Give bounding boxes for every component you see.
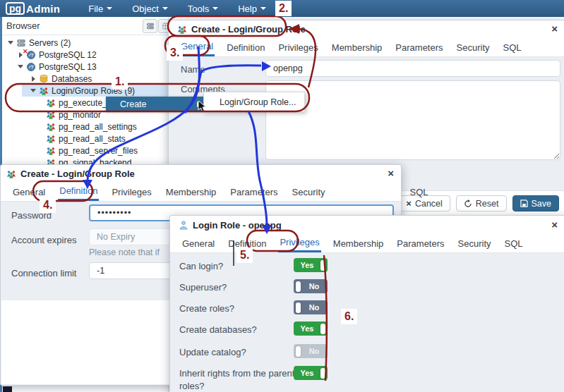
- role-icon: [46, 98, 56, 108]
- twisty-icon[interactable]: [16, 65, 25, 68]
- context-menu-login-group-role[interactable]: Login/Group Role...: [203, 92, 305, 112]
- toggle-knob: [320, 260, 325, 271]
- tab-definition[interactable]: Definition: [58, 183, 99, 201]
- dialog-title: Create - Login/Group Role: [191, 24, 306, 35]
- group-roles-icon: [39, 86, 49, 96]
- toggle-knob: [320, 324, 325, 334]
- reset-icon: [464, 200, 472, 208]
- dialog-title: Login Role - openpg: [193, 220, 282, 231]
- group-roles-icon: [177, 25, 187, 35]
- tab-security[interactable]: Security: [457, 234, 493, 252]
- top-menu-bar: pg Admin File Object Tools Help: [0, 0, 564, 17]
- group-roles-icon: [6, 169, 16, 179]
- browser-panel-title: Browser: [6, 20, 40, 31]
- pg-server-icon: [26, 62, 36, 72]
- tab-privileges[interactable]: Privileges: [277, 38, 319, 56]
- dialog-tab-bar: General Definition Privileges Membership…: [1, 183, 401, 202]
- menu-object[interactable]: Object: [132, 4, 168, 14]
- tab-parameters[interactable]: Parameters: [395, 234, 445, 252]
- create-databases-toggle[interactable]: Yes: [294, 321, 328, 336]
- server-stack-icon: [16, 38, 26, 48]
- tab-parameters[interactable]: Parameters: [394, 38, 444, 56]
- tree-item-login-group-roles[interactable]: Login/Group Roles (9): [2, 85, 168, 97]
- tab-general[interactable]: General: [181, 234, 216, 252]
- dialog-titlebar: Create - Login/Group Role ×: [169, 20, 564, 39]
- tree-item-role[interactable]: pg_read_all_settings: [2, 121, 168, 133]
- tree-item-role[interactable]: pg_read_server_files: [2, 145, 168, 157]
- tree-item-databases[interactable]: Databases: [2, 73, 168, 85]
- tree-item-postgresql13[interactable]: PostgreSQL 13: [2, 61, 168, 73]
- save-button[interactable]: Save: [512, 195, 560, 212]
- dialog-titlebar: Create - Login/Group Role ×: [1, 165, 401, 183]
- close-icon[interactable]: ×: [551, 219, 558, 231]
- tab-membership[interactable]: Membership: [332, 234, 385, 252]
- dialog-titlebar: Login Role - openpg ×: [170, 216, 564, 235]
- chevron-down-icon: [162, 7, 168, 10]
- inherit-rights-toggle[interactable]: Yes: [294, 366, 328, 380]
- create-roles-toggle[interactable]: No: [294, 300, 328, 314]
- reset-button[interactable]: Reset: [456, 195, 507, 212]
- create-databases-label: Create databases?: [179, 324, 257, 335]
- tab-general[interactable]: General: [11, 183, 47, 201]
- role-icon: [46, 146, 56, 156]
- comments-textarea[interactable]: [265, 80, 560, 160]
- context-menu-create[interactable]: Create: [106, 97, 205, 111]
- pgadmin-app: pg Admin File Object Tools Help Browser …: [0, 0, 564, 392]
- role-icon: [46, 110, 56, 120]
- account-expires-label: Account expires: [11, 235, 77, 245]
- close-icon[interactable]: ×: [551, 23, 558, 35]
- expiry-note: Please note that if: [89, 247, 170, 257]
- update-catalog-label: Update catalog?: [179, 347, 246, 357]
- mouse-cursor-icon: [198, 100, 208, 113]
- tree-item-servers[interactable]: Servers (2): [2, 37, 168, 49]
- menu-file[interactable]: File: [88, 4, 112, 14]
- tab-security[interactable]: Security: [455, 38, 491, 56]
- tab-privileges[interactable]: Privileges: [110, 183, 152, 201]
- save-icon: [520, 200, 528, 207]
- tab-sql[interactable]: SQL: [502, 38, 523, 56]
- superuser-label: Superuser?: [179, 282, 227, 293]
- tab-privileges[interactable]: Privileges: [278, 234, 320, 252]
- connection-limit-label: Connection limit: [11, 268, 77, 278]
- tab-membership[interactable]: Membership: [164, 183, 218, 201]
- tree-item-role[interactable]: pg_read_all_stats: [2, 133, 168, 145]
- chevron-down-icon: [260, 7, 266, 10]
- tree-item-postgresql12[interactable]: ✕ PostgreSQL 12: [2, 49, 168, 61]
- can-login-label: Can login?: [179, 261, 223, 271]
- disconnected-badge: ✕: [23, 48, 28, 55]
- twisty-icon[interactable]: [6, 41, 15, 44]
- update-catalog-toggle[interactable]: No: [294, 344, 328, 358]
- tab-definition[interactable]: Definition: [225, 38, 266, 56]
- tab-definition[interactable]: Definition: [227, 234, 268, 252]
- name-label: Name: [181, 64, 205, 75]
- twisty-icon[interactable]: [29, 89, 37, 92]
- menu-tools[interactable]: Tools: [188, 4, 218, 14]
- tab-sql[interactable]: SQL: [409, 183, 430, 201]
- tab-security[interactable]: Security: [291, 183, 327, 201]
- inherit-rights-label: Inherit rights from the parent roles?: [179, 367, 296, 392]
- pgadmin-logo: pg Admin: [6, 2, 60, 15]
- tab-membership[interactable]: Membership: [330, 38, 384, 56]
- close-icon[interactable]: ×: [388, 167, 394, 179]
- tab-general[interactable]: General: [179, 38, 215, 56]
- tab-parameters[interactable]: Parameters: [229, 183, 279, 201]
- logo-pg-mark: pg: [6, 2, 25, 15]
- dialog-login-role-openpg-privileges: Login Role - openpg × General Definition…: [169, 215, 564, 392]
- chevron-down-icon: [212, 7, 218, 10]
- toggle-knob: [296, 346, 301, 357]
- toggle-knob: [296, 281, 301, 292]
- superuser-toggle[interactable]: No: [294, 279, 328, 293]
- browser-header: Browser: [2, 17, 168, 35]
- database-icon: [39, 74, 49, 84]
- twisty-icon[interactable]: [29, 76, 37, 82]
- taskbar-fragment: [3, 386, 12, 392]
- can-login-toggle[interactable]: Yes: [294, 258, 328, 272]
- role-icon: [46, 122, 56, 132]
- menu-help[interactable]: Help: [238, 4, 266, 14]
- toggle-knob: [296, 302, 301, 313]
- create-roles-label: Create roles?: [179, 303, 234, 314]
- browser-toolbar-button[interactable]: [143, 19, 157, 33]
- name-input[interactable]: [265, 60, 560, 77]
- toggle-knob: [320, 368, 325, 379]
- tab-sql[interactable]: SQL: [503, 234, 524, 252]
